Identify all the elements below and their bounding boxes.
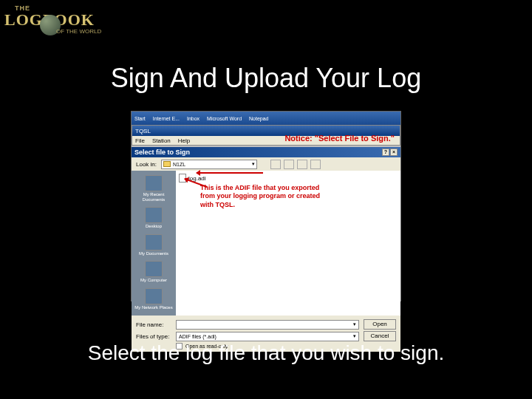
taskbar-item[interactable]: Inbox <box>187 116 200 121</box>
back-icon[interactable] <box>270 160 281 169</box>
place-documents[interactable]: My Documents <box>133 233 174 258</box>
filename-label: File name: <box>136 321 171 328</box>
slide-title: Sign And Upload Your Log <box>0 63 532 94</box>
places-bar: My Recent Documents Desktop My Documents… <box>132 171 176 316</box>
lookin-dropdown[interactable]: N1ZL ▾ <box>161 160 257 169</box>
lookin-label: Look in: <box>136 161 157 168</box>
slide-caption: Select the log file that you wish to sig… <box>0 341 532 365</box>
chevron-down-icon: ▾ <box>252 161 255 167</box>
chevron-down-icon: ▾ <box>353 333 356 339</box>
taskbar-item[interactable]: Start <box>134 116 146 121</box>
lookin-value: N1ZL <box>173 162 185 167</box>
filename-input[interactable]: ▾ <box>176 320 359 330</box>
menu-station[interactable]: Station <box>152 137 171 144</box>
chevron-down-icon: ▾ <box>353 321 356 327</box>
file-annotation: This is the ADIF file that you exported … <box>200 184 322 209</box>
menu-file[interactable]: File <box>135 137 145 144</box>
embedded-screenshot: Start Internet E... Inbox Microsoft Word… <box>131 111 401 301</box>
view-icon[interactable] <box>310 160 321 169</box>
logo-tag: OF THE WORLD <box>56 28 101 35</box>
cancel-button[interactable]: Cancel <box>364 331 396 341</box>
menu-help[interactable]: Help <box>178 137 190 144</box>
place-desktop[interactable]: Desktop <box>133 205 174 231</box>
recent-icon <box>145 175 163 191</box>
dialog-body: My Recent Documents Desktop My Documents… <box>132 171 400 316</box>
file-list[interactable]: log.adi This is the ADIF file that you e… <box>176 171 400 316</box>
filetype-dropdown[interactable]: ADIF files (*.adi)▾ <box>176 332 359 341</box>
computer-icon <box>145 261 163 277</box>
desktop-icon <box>145 207 163 223</box>
help-icon[interactable]: ? <box>382 149 389 156</box>
place-computer[interactable]: My Computer <box>133 259 174 284</box>
documents-icon <box>145 234 163 250</box>
windows-taskbar: Start Internet E... Inbox Microsoft Word… <box>132 112 400 125</box>
taskbar-item[interactable]: Notepad <box>249 116 268 121</box>
taskbar-item[interactable]: Microsoft Word <box>207 116 242 121</box>
open-button[interactable]: Open <box>364 319 396 330</box>
filetype-label: Files of type: <box>136 333 171 340</box>
logo: THE LOGBOOK OF THE WORLD <box>4 4 119 45</box>
taskbar-item[interactable]: Internet E... <box>153 116 180 121</box>
folder-icon <box>163 161 171 167</box>
lookin-row: Look in: N1ZL ▾ <box>132 157 400 171</box>
up-icon[interactable] <box>284 160 294 169</box>
network-icon <box>145 288 163 304</box>
close-icon[interactable]: × <box>390 149 398 156</box>
notice-annotation: Notice: "Select File to Sign." <box>284 134 395 143</box>
dialog-titlebar: Select file to Sign ? × <box>132 147 400 157</box>
place-recent[interactable]: My Recent Documents <box>133 174 174 203</box>
new-folder-icon[interactable] <box>297 160 307 169</box>
place-network[interactable]: My Network Places <box>133 287 174 312</box>
arrow-annotation <box>197 172 263 174</box>
dialog-title-text: Select file to Sign <box>134 149 190 156</box>
